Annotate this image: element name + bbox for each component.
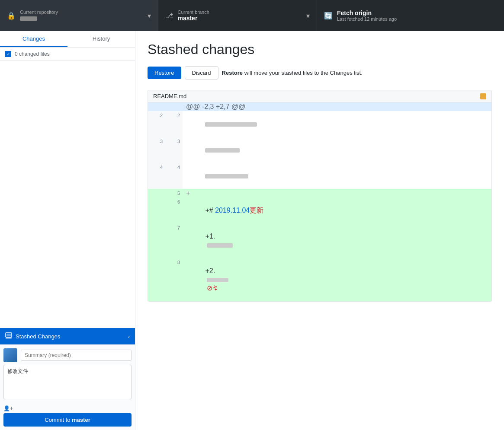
blurred-text xyxy=(205,122,257,127)
action-bar: Restore Discard Restore will move your s… xyxy=(148,66,492,80)
svg-rect-1 xyxy=(6,334,11,336)
commit-summary-row xyxy=(3,348,132,362)
topbar: 🔒 Current repository ▾ ⎇ Current branch … xyxy=(0,0,504,31)
diff-row-6: 7 +1. xyxy=(148,223,491,258)
stashed-icon xyxy=(5,332,12,341)
diff-hunk-header-row: @@ -2,3 +2,7 @@ xyxy=(148,102,491,111)
svg-rect-2 xyxy=(6,337,12,338)
add-co-author[interactable]: 👤+ xyxy=(3,404,132,413)
hunk-header-text: @@ -2,3 +2,7 @@ xyxy=(183,102,491,111)
commit-area: 修改文件 👤+ Commit to master xyxy=(0,344,135,430)
blurred-8 xyxy=(207,278,228,282)
repo-label: Current repository xyxy=(20,10,144,15)
diff-filename: README.md xyxy=(153,93,186,99)
stashed-changes-bar[interactable]: Stashed Changes › xyxy=(0,328,135,344)
repo-section[interactable]: 🔒 Current repository ▾ xyxy=(0,0,158,31)
diff-row-3: 4 4 xyxy=(148,163,491,189)
repo-text: Current repository xyxy=(20,10,144,22)
restore-button[interactable]: Restore xyxy=(148,67,181,79)
repo-chevron-icon: ▾ xyxy=(148,12,151,20)
line-content-4: + xyxy=(183,189,491,197)
diff-row-1: 2 2 xyxy=(148,111,491,137)
discard-button[interactable]: Discard xyxy=(185,66,218,80)
diff-row-5: 6 +# 2019.11.04更新 xyxy=(148,197,491,223)
sidebar-spacer xyxy=(0,61,135,328)
svg-rect-3 xyxy=(6,338,12,339)
hunk-line-nums xyxy=(148,102,183,111)
action-description: Restore will move your stashed files to … xyxy=(222,70,363,76)
line-nums-3: 4 4 xyxy=(148,163,183,189)
tab-history[interactable]: History xyxy=(67,31,135,47)
commit-branch: master xyxy=(72,417,90,423)
description-textarea[interactable]: 修改文件 xyxy=(3,365,132,399)
branch-section[interactable]: ⎇ Current branch master ▾ xyxy=(158,0,317,31)
diff-file-header: README.md xyxy=(148,90,491,102)
stashed-chevron-icon: › xyxy=(128,333,130,340)
sidebar-tabs: Changes History xyxy=(0,31,135,48)
line-content-5: +# 2019.11.04更新 xyxy=(183,197,491,223)
line-content-3 xyxy=(183,163,491,189)
branch-label: Current branch xyxy=(177,10,302,15)
layout: Changes History 0 changed files Stashed … xyxy=(0,31,504,430)
select-all-checkbox[interactable] xyxy=(5,51,11,57)
diff-file-badge xyxy=(480,93,486,99)
branch-name: master xyxy=(177,15,302,22)
line-nums-1: 2 2 xyxy=(148,111,183,137)
line-content-7: +2. ⊘↯ xyxy=(183,258,491,301)
diff-container: README.md @@ -2,3 +2,7 @@ 2 2 xyxy=(148,90,492,302)
stashed-label: Stashed Changes xyxy=(16,333,60,340)
sidebar: Changes History 0 changed files Stashed … xyxy=(0,31,135,430)
plus-hash: +# xyxy=(205,207,215,214)
fetch-section[interactable]: 🔄 Fetch origin Last fetched 12 minutes a… xyxy=(317,0,504,31)
fetch-text: Fetch origin Last fetched 12 minutes ago xyxy=(337,10,497,22)
line-nums-4: 5 xyxy=(148,189,183,197)
line-content-6: +1. xyxy=(183,223,491,258)
changed-files-row: 0 changed files xyxy=(0,48,135,61)
fetch-icon: 🔄 xyxy=(324,12,333,20)
avatar xyxy=(3,348,17,362)
commit-label: Commit to xyxy=(45,417,72,423)
branch-text: Current branch master xyxy=(177,10,302,22)
line-nums-2: 3 3 xyxy=(148,137,183,163)
date-text: 2019.11.04 xyxy=(215,207,250,214)
summary-input[interactable] xyxy=(21,350,132,361)
line-nums-5: 6 xyxy=(148,197,183,223)
blurred-text-2 xyxy=(205,148,240,153)
fetch-sublabel: Last fetched 12 minutes ago xyxy=(337,16,497,22)
lock-icon: 🔒 xyxy=(7,12,16,20)
action-desc-rest: will move your stashed files to the Chan… xyxy=(243,70,363,76)
line-content-2 xyxy=(183,137,491,163)
fetch-label: Fetch origin xyxy=(337,10,497,16)
repo-name xyxy=(20,15,144,22)
main-content: Stashed changes Restore Discard Restore … xyxy=(135,31,504,430)
diff-row-7: 8 +2. ⊘↯ xyxy=(148,258,491,301)
tab-changes[interactable]: Changes xyxy=(0,31,67,47)
diff-row-2: 3 3 xyxy=(148,137,491,163)
action-desc-bold: Restore xyxy=(222,70,243,76)
line-content-1 xyxy=(183,111,491,137)
diff-row-4: 5 + xyxy=(148,189,491,197)
blurred-text-3 xyxy=(205,174,248,178)
blurred-7 xyxy=(207,243,233,248)
branch-icon: ⎇ xyxy=(165,12,173,20)
line-nums-6: 7 xyxy=(148,223,183,258)
update-text: 更新 xyxy=(250,207,263,214)
add-coauthor-icon: 👤+ xyxy=(3,405,13,411)
page-title: Stashed changes xyxy=(148,41,492,57)
branch-chevron-icon: ▾ xyxy=(306,12,310,20)
changed-files-count: 0 changed files xyxy=(15,51,50,57)
line-nums-7: 8 xyxy=(148,258,183,301)
commit-button[interactable]: Commit to master xyxy=(3,413,132,427)
